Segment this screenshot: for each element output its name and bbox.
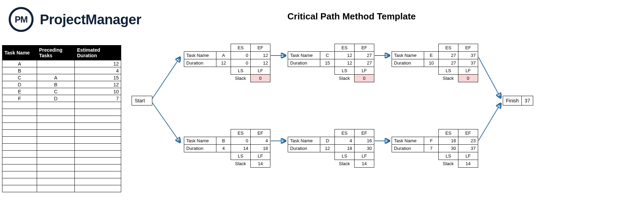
es-value: 16 (438, 137, 458, 145)
cpm-node-A: ES EF Task Name A 0 12 Duration 12 0 12 … (184, 44, 270, 82)
cell-duration[interactable]: 12 (75, 60, 121, 67)
cpm-node-F: ES EF Task Name F 16 23 Duration 7 30 37… (392, 129, 478, 168)
ef-value: 27 (354, 52, 374, 59)
duration-label: Duration (184, 145, 216, 152)
table-row[interactable] (2, 123, 121, 130)
cell-duration[interactable]: 4 (75, 67, 121, 74)
lf-label: LF (354, 152, 374, 160)
task-input-table: Task Name Preceding Tasks Estimated Dura… (2, 45, 121, 192)
page-title: Critical Path Method Template (287, 11, 416, 22)
lf-value: 27 (354, 59, 374, 67)
es-value: 4 (334, 137, 354, 145)
table-row[interactable] (2, 171, 121, 178)
table-row[interactable]: CA15 (2, 74, 121, 81)
table-row[interactable]: EC10 (2, 88, 121, 95)
es-label: ES (231, 129, 250, 137)
ls-value: 27 (438, 59, 458, 67)
table-row[interactable]: B4 (2, 67, 121, 74)
table-row[interactable] (2, 144, 121, 151)
ef-label: EF (458, 129, 478, 137)
ls-label: LS (231, 152, 250, 160)
cell-taskname[interactable]: F (2, 95, 37, 102)
logo-badge: PM (9, 7, 34, 32)
task-letter: B (216, 137, 231, 145)
lf-label: LF (250, 67, 270, 75)
svg-line-6 (478, 57, 501, 98)
taskname-label: Task Name (184, 52, 216, 59)
slack-value: 14 (250, 160, 270, 168)
duration-label: Duration (392, 145, 424, 152)
cell-preceding[interactable]: C (37, 88, 75, 95)
duration-value: 10 (424, 59, 439, 67)
ef-value: 23 (458, 137, 478, 145)
ls-value: 14 (231, 145, 250, 152)
table-row[interactable]: DB12 (2, 81, 121, 88)
taskname-label: Task Name (392, 52, 424, 59)
ef-value: 37 (458, 52, 478, 59)
cell-taskname[interactable]: C (2, 74, 37, 81)
table-row[interactable] (2, 109, 121, 116)
table-row[interactable] (2, 158, 121, 164)
cell-preceding[interactable]: A (37, 74, 75, 81)
ls-value: 0 (231, 59, 250, 67)
cell-taskname[interactable]: E (2, 88, 37, 95)
table-row[interactable] (2, 102, 121, 109)
slack-value: 0 (458, 75, 478, 82)
logo: PM ProjectManager (9, 7, 141, 32)
ls-label: LS (438, 152, 458, 160)
task-letter: D (320, 137, 335, 145)
table-row[interactable] (2, 178, 121, 185)
table-header-preceding: Preceding Tasks (37, 45, 75, 60)
ef-value: 4 (250, 137, 270, 145)
cell-taskname[interactable]: A (2, 60, 37, 67)
ls-label: LS (231, 67, 250, 75)
taskname-label: Task Name (184, 137, 216, 145)
task-letter: F (424, 137, 439, 145)
es-value: 0 (231, 137, 250, 145)
table-header-duration: Estimated Duration (75, 45, 121, 60)
table-row[interactable] (2, 185, 121, 192)
table-row[interactable] (2, 116, 121, 123)
table-row[interactable] (2, 151, 121, 158)
finish-value: 37 (522, 96, 533, 105)
es-value: 0 (231, 52, 250, 59)
lf-value: 18 (250, 145, 270, 152)
es-label: ES (334, 44, 354, 52)
table-row[interactable] (2, 164, 121, 171)
lf-value: 37 (458, 145, 478, 152)
cell-duration[interactable]: 15 (75, 74, 121, 81)
table-header-taskname: Task Name (2, 45, 37, 60)
table-row[interactable] (2, 130, 121, 137)
cell-duration[interactable]: 10 (75, 88, 121, 95)
slack-label: Slack (231, 160, 250, 168)
cpm-node-B: ES EF Task Name B 0 4 Duration 4 14 18 L… (184, 129, 270, 168)
ls-label: LS (438, 67, 458, 75)
cell-preceding[interactable] (37, 67, 75, 74)
ef-label: EF (250, 129, 270, 137)
cell-preceding[interactable] (37, 60, 75, 67)
slack-value: 14 (458, 160, 478, 168)
table-row[interactable]: FD7 (2, 95, 121, 102)
ls-value: 12 (334, 59, 354, 67)
duration-label: Duration (184, 59, 216, 67)
cell-taskname[interactable]: B (2, 67, 37, 74)
duration-value: 7 (424, 145, 439, 152)
cell-duration[interactable]: 12 (75, 81, 121, 88)
cell-duration[interactable]: 7 (75, 95, 121, 102)
cell-taskname[interactable]: D (2, 81, 37, 88)
ef-label: EF (354, 129, 374, 137)
cell-preceding[interactable]: D (37, 95, 75, 102)
taskname-label: Task Name (392, 137, 424, 145)
table-row[interactable]: A12 (2, 60, 121, 67)
duration-value: 4 (216, 145, 231, 152)
cpm-node-E: ES EF Task Name E 27 37 Duration 10 27 3… (392, 44, 478, 82)
duration-value: 12 (320, 145, 335, 152)
cell-preceding[interactable]: B (37, 81, 75, 88)
duration-label: Duration (288, 145, 320, 152)
table-row[interactable] (2, 137, 121, 144)
duration-value: 12 (216, 59, 231, 67)
ef-value: 12 (250, 52, 270, 59)
taskname-label: Task Name (288, 137, 320, 145)
duration-label: Duration (392, 59, 424, 67)
ef-label: EF (250, 44, 270, 52)
